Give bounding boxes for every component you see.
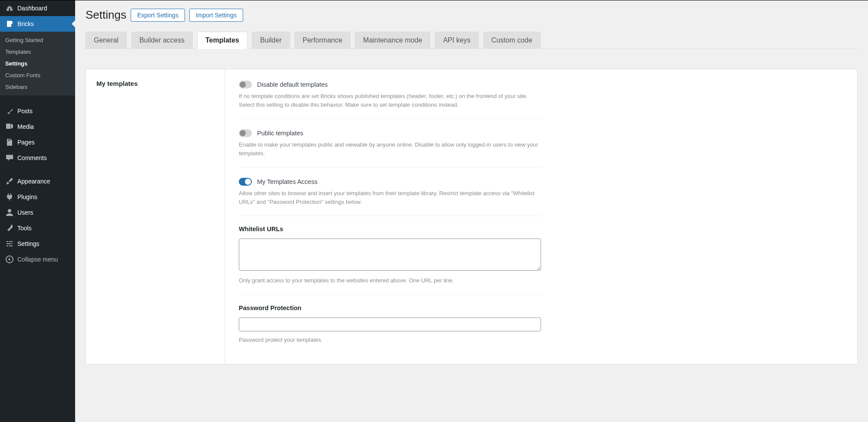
sidebar-item-users[interactable]: Users — [0, 205, 75, 220]
sidebar-item-label: Pages — [17, 139, 35, 146]
tab-builder[interactable]: Builder — [252, 32, 290, 49]
setting-description: Allow other sites to browse and insert y… — [239, 189, 541, 206]
page-header: Settings Export Settings Import Settings — [86, 8, 858, 22]
brush-icon — [5, 177, 14, 186]
plug-icon — [5, 193, 14, 201]
export-settings-button[interactable]: Export Settings — [131, 9, 185, 22]
sidebar-item-label: Bricks — [17, 20, 34, 27]
sidebar-item-comments[interactable]: Comments — [0, 150, 75, 166]
collapse-icon — [5, 255, 14, 264]
field-title: Whitelist URLs — [239, 226, 541, 232]
admin-sidebar: Dashboard Bricks Getting Started Templat… — [0, 0, 75, 422]
sidebar-item-posts[interactable]: Posts — [0, 103, 75, 119]
settings-panel: My templates Disable default templates I… — [86, 69, 858, 364]
tab-maintenance-mode[interactable]: Maintenance mode — [355, 32, 430, 49]
field-description: Only grant access to your templates to t… — [239, 276, 541, 285]
wrench-icon — [5, 224, 14, 232]
password-protection-block: Password Protection Password protect you… — [239, 304, 541, 344]
dashboard-icon — [5, 4, 14, 13]
tab-api-keys[interactable]: API keys — [435, 32, 479, 49]
sidebar-item-dashboard[interactable]: Dashboard — [0, 0, 75, 16]
sidebar-item-plugins[interactable]: Plugins — [0, 189, 75, 205]
submenu-item-settings[interactable]: Settings — [0, 58, 75, 69]
tab-custom-code[interactable]: Custom code — [483, 32, 541, 49]
sidebar-item-label: Tools — [17, 225, 32, 232]
bricks-submenu: Getting Started Templates Settings Custo… — [0, 32, 75, 95]
setting-disable-default: Disable default templates If no template… — [239, 80, 541, 119]
pin-icon — [5, 107, 14, 115]
toggle-my-templates-access[interactable] — [239, 178, 252, 186]
submenu-item-getting-started[interactable]: Getting Started — [0, 34, 75, 46]
toggle-public-templates[interactable] — [239, 129, 252, 137]
sidebar-item-label: Settings — [17, 240, 40, 247]
sidebar-item-label: Users — [17, 209, 33, 216]
setting-label: Disable default templates — [257, 81, 328, 88]
import-settings-button[interactable]: Import Settings — [189, 9, 243, 22]
setting-description: If no template conditions are set Bricks… — [239, 92, 541, 109]
sidebar-item-label: Appearance — [17, 178, 50, 185]
sidebar-item-label: Comments — [17, 154, 47, 161]
setting-public-templates: Public templates Enable to make your tem… — [239, 128, 541, 167]
setting-label: Public templates — [257, 130, 303, 137]
whitelist-urls-block: Whitelist URLs Only grant access to your… — [239, 226, 541, 295]
sidebar-item-bricks[interactable]: Bricks — [0, 16, 75, 32]
sidebar-item-appearance[interactable]: Appearance — [0, 173, 75, 189]
field-title: Password Protection — [239, 304, 541, 311]
tab-builder-access[interactable]: Builder access — [131, 32, 193, 49]
submenu-item-custom-fonts[interactable]: Custom Fonts — [0, 69, 75, 81]
sidebar-item-settings[interactable]: Settings — [0, 236, 75, 252]
panel-sidebar: My templates — [86, 69, 225, 364]
sidebar-item-label: Dashboard — [17, 5, 47, 12]
media-icon — [5, 122, 14, 131]
page-icon — [5, 138, 14, 147]
whitelist-urls-input[interactable] — [239, 239, 541, 271]
sliders-icon — [5, 239, 14, 248]
setting-my-templates-access: My Templates Access Allow other sites to… — [239, 177, 541, 216]
bricks-icon — [5, 20, 14, 28]
section-title: My templates — [96, 80, 214, 87]
sidebar-item-label: Plugins — [17, 193, 37, 200]
panel-body: Disable default templates If no template… — [225, 69, 555, 364]
tab-performance[interactable]: Performance — [294, 32, 351, 49]
user-icon — [5, 208, 14, 217]
tab-templates[interactable]: Templates — [197, 32, 248, 49]
comment-icon — [5, 154, 14, 162]
submenu-item-sidebars[interactable]: Sidebars — [0, 81, 75, 93]
sidebar-item-label: Posts — [17, 108, 33, 114]
submenu-item-templates[interactable]: Templates — [0, 46, 75, 58]
toggle-disable-default[interactable] — [239, 81, 252, 88]
tab-general[interactable]: General — [86, 32, 127, 49]
settings-tabs: General Builder access Templates Builder… — [86, 31, 858, 49]
sidebar-item-pages[interactable]: Pages — [0, 134, 75, 150]
setting-description: Enable to make your templates public and… — [239, 141, 541, 157]
password-protection-input[interactable] — [239, 317, 541, 331]
setting-label: My Templates Access — [257, 178, 317, 185]
sidebar-item-label: Collapse menu — [17, 256, 58, 263]
main-content: Settings Export Settings Import Settings… — [75, 0, 868, 422]
sidebar-item-tools[interactable]: Tools — [0, 220, 75, 236]
page-title: Settings — [86, 8, 126, 22]
sidebar-item-label: Media — [17, 123, 34, 130]
collapse-menu[interactable]: Collapse menu — [0, 252, 75, 267]
sidebar-item-media[interactable]: Media — [0, 119, 75, 134]
field-description: Password protect your templates. — [239, 336, 541, 344]
